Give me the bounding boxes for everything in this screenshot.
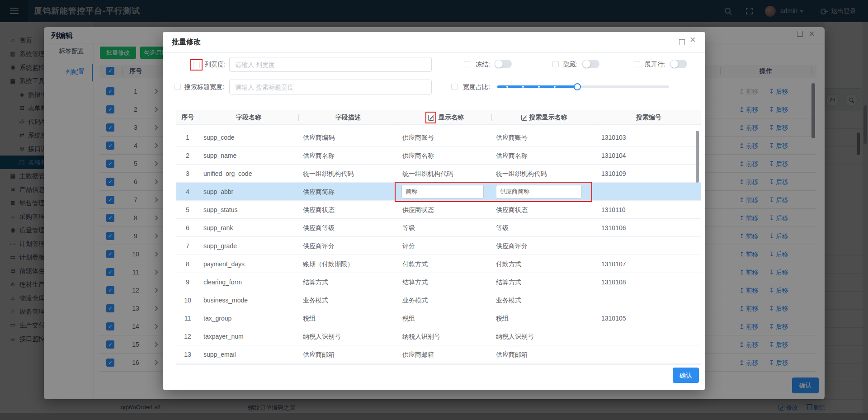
cell-field-name: taxpayer_num <box>203 327 244 345</box>
cell-field-desc: 统一组织机构代码 <box>303 165 354 183</box>
slider-mark <box>506 86 508 88</box>
cell-seq: 9 <box>176 273 199 291</box>
field-table-row: 5supp_status供应商状态供应商状态供应商状态1310110 <box>176 201 701 219</box>
cell-seq: 5 <box>176 201 199 219</box>
cell-search-display-name: 统一组织机构代码 <box>496 165 547 183</box>
col-width-checkbox[interactable] <box>193 62 200 68</box>
cell-display-name: 供应商名称 <box>402 146 434 165</box>
cell-field-name: supp_name <box>203 146 236 165</box>
cell-field-name: supp_abbr <box>203 183 233 201</box>
width-ratio-checkbox[interactable] <box>451 84 458 90</box>
edit-icon[interactable] <box>521 115 527 121</box>
screen: 厦钨新能管控平台-平行测试 admin 退出登录 ⌂首页▥系统管理◉系统监控▦系… <box>0 0 868 420</box>
cell-display-name: 等级 <box>402 219 415 237</box>
close-icon[interactable]: × <box>690 34 696 46</box>
slider-mark <box>554 86 556 88</box>
cell-seq: 8 <box>176 255 199 273</box>
cell-display-name: 税组 <box>402 309 415 327</box>
cell-field-desc: 供应商名称 <box>303 146 335 165</box>
cell-field-desc: 纳税人识别号 <box>303 327 341 345</box>
cell-field-name: supp_code <box>203 128 235 146</box>
cell-search-display-name: 供应商账号 <box>496 128 528 146</box>
search-code-header: 搜索编号 <box>597 110 701 125</box>
table-scrollbar-thumb[interactable] <box>696 131 699 183</box>
field-table-row: 13supp_email供应商邮箱供应商邮箱供应商邮箱 <box>176 345 701 363</box>
cell-seq: 2 <box>176 146 199 165</box>
edit-icon[interactable] <box>428 115 434 121</box>
cell-search-display-name: 供应商评分 <box>496 237 528 255</box>
field-table-row: 8payment_days账期（付款期限）付款方式付款方式1310107 <box>176 255 701 273</box>
field-name-header: 字段名称 <box>199 110 298 125</box>
field-table-row: 10business_mode业务模式业务模式业务模式 <box>176 291 701 309</box>
cell-field-name: supp_rank <box>203 219 233 237</box>
field-desc-header: 字段描述 <box>298 110 398 125</box>
cell-field-desc: 结算方式 <box>303 273 328 291</box>
cell-field-name: payment_days <box>203 255 245 273</box>
search-title-width-input[interactable] <box>229 80 432 94</box>
search-title-width-label: 搜索标题宽度: <box>184 83 224 91</box>
width-ratio-slider[interactable] <box>497 85 669 88</box>
cell-field-desc: 供应商编码 <box>303 128 335 146</box>
cell-search-code: 1310107 <box>601 255 626 273</box>
cell-field-name: supp_email <box>203 345 236 363</box>
col-width-input[interactable] <box>229 57 432 72</box>
cell-search-display-name: 纳税人识别号 <box>496 327 534 345</box>
cell-search-display-name: 供应商名称 <box>496 146 528 165</box>
cell-seq: 4 <box>176 183 199 201</box>
search-title-width-checkbox[interactable] <box>175 84 181 90</box>
cell-seq: 12 <box>176 327 199 345</box>
cell-display-name: 统一组织机构代码 <box>402 165 453 183</box>
cell-search-display-name: 业务模式 <box>496 291 521 309</box>
cell-display-name: 供应商邮箱 <box>402 345 434 363</box>
cell-search-display-name: 结算方式 <box>496 273 521 291</box>
field-table: 序号 字段名称 字段描述 显示名称 搜索显示名称 搜索编号 1supp_code… <box>176 110 701 365</box>
cell-field-desc: 供应商简称 <box>303 183 335 201</box>
cell-field-name: unified_org_code <box>203 165 252 183</box>
cell-seq: 3 <box>176 165 199 183</box>
cell-field-desc: 供应商邮箱 <box>303 345 335 363</box>
slider-handle[interactable] <box>574 83 581 90</box>
cell-field-name: tax_group <box>203 309 231 327</box>
cell-search-display-name: 供应商状态 <box>496 201 528 219</box>
cell-search-code: 1310108 <box>601 273 626 291</box>
field-table-row: 7supp_grade供应商评分评分供应商评分 <box>176 237 701 255</box>
divider <box>163 52 705 53</box>
cell-display-name: 业务模式 <box>402 291 428 309</box>
cell-search-code: 1310104 <box>601 146 626 165</box>
hide-toggle[interactable] <box>582 60 599 68</box>
slider-mark <box>522 86 524 88</box>
cell-seq: 1 <box>176 128 199 146</box>
cell-seq: 13 <box>176 345 199 363</box>
expand-row-checkbox[interactable] <box>634 61 640 67</box>
slider-fill <box>497 85 577 88</box>
cell-seq: 6 <box>176 219 199 237</box>
cell-search-display-name: 付款方式 <box>496 255 521 273</box>
annotation-box-row-inputs <box>395 182 592 202</box>
modal-confirm-button[interactable]: 确认 <box>673 368 699 383</box>
annotation-box-edit-icon <box>425 112 436 123</box>
field-table-row: 9clearing_form结算方式结算方式结算方式1310108 <box>176 273 701 291</box>
cell-field-name: clearing_form <box>203 273 242 291</box>
cell-field-desc: 业务模式 <box>303 291 328 309</box>
seq-header: 序号 <box>176 110 199 125</box>
cell-display-name: 纳税人识别号 <box>402 327 440 345</box>
width-ratio-label: 宽度占比: <box>463 83 490 91</box>
cell-field-desc: 税组 <box>303 309 316 327</box>
hide-checkbox[interactable] <box>552 61 559 67</box>
cell-field-name: supp_status <box>203 201 238 219</box>
search-display-name-header: 搜索显示名称 <box>491 110 597 125</box>
expand-row-toggle[interactable] <box>670 60 687 68</box>
freeze-toggle[interactable] <box>495 60 512 68</box>
annotation-box-col-width-checkbox <box>190 59 203 71</box>
freeze-checkbox[interactable] <box>464 61 470 67</box>
field-table-row: 6supp_rank供应商等级等级等级1310106 <box>176 219 701 237</box>
field-table-row: 4supp_abbr供应商简称 <box>176 183 701 201</box>
cell-display-name: 结算方式 <box>402 273 428 291</box>
cell-display-name: 供应商账号 <box>402 128 434 146</box>
cell-display-name: 供应商状态 <box>402 201 434 219</box>
cell-search-display-name: 供应商邮箱 <box>496 345 528 363</box>
cell-search-code: 1310106 <box>601 219 626 237</box>
field-table-row: 2supp_name供应商名称供应商名称供应商名称1310104 <box>176 146 701 165</box>
slider-mark <box>538 86 540 88</box>
maximize-icon[interactable] <box>679 39 685 45</box>
